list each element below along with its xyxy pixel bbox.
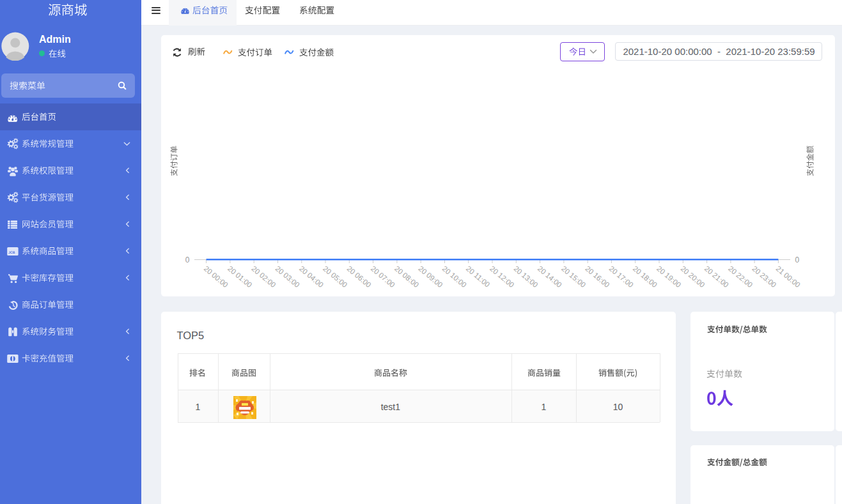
svg-text:21 00:00: 21 00:00: [774, 264, 802, 289]
svg-text:20 09:00: 20 09:00: [417, 264, 444, 289]
svg-text:20 01:00: 20 01:00: [226, 264, 254, 289]
svg-text:20 17:00: 20 17:00: [607, 264, 635, 289]
svg-text:20 14:00: 20 14:00: [536, 264, 564, 289]
svg-text:20 12:00: 20 12:00: [488, 264, 516, 289]
svg-text:20 22:00: 20 22:00: [727, 264, 754, 289]
svg-text:0: 0: [185, 256, 190, 264]
svg-text:20 08:00: 20 08:00: [393, 264, 421, 289]
svg-text:20 20:00: 20 20:00: [679, 264, 706, 289]
svg-text:20 13:00: 20 13:00: [512, 264, 540, 289]
svg-text:20 19:00: 20 19:00: [655, 264, 683, 289]
svg-text:20 11:00: 20 11:00: [465, 264, 492, 288]
svg-text:20 23:00: 20 23:00: [751, 264, 778, 289]
svg-text:20 18:00: 20 18:00: [632, 264, 659, 289]
svg-text:20 15:00: 20 15:00: [560, 264, 588, 289]
svg-text:20 02:00: 20 02:00: [250, 264, 277, 289]
svg-text:20 03:00: 20 03:00: [274, 264, 302, 289]
svg-text:20 16:00: 20 16:00: [584, 264, 611, 289]
svg-text:20 07:00: 20 07:00: [370, 264, 397, 289]
svg-text:20 21:00: 20 21:00: [703, 264, 731, 289]
svg-text:20 04:00: 20 04:00: [298, 264, 325, 289]
svg-text:20 06:00: 20 06:00: [345, 264, 373, 289]
svg-text:0: 0: [795, 256, 800, 264]
svg-text:20 10:00: 20 10:00: [441, 264, 469, 289]
svg-text:20 05:00: 20 05:00: [322, 264, 349, 289]
svg-text:20 00:00: 20 00:00: [203, 264, 230, 289]
